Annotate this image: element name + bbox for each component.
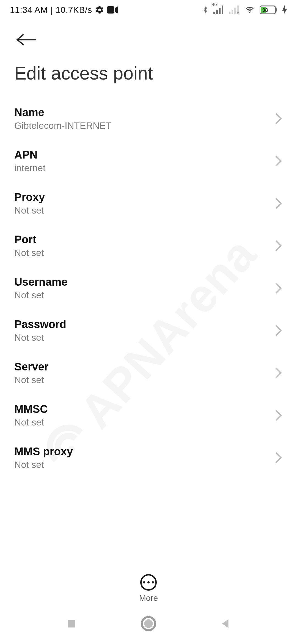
chevron-right-icon <box>274 155 283 167</box>
row-label: Name <box>14 106 111 119</box>
more-button[interactable] <box>140 574 157 591</box>
row-username[interactable]: Username Not set <box>0 267 297 309</box>
navigation-bar <box>0 603 297 644</box>
triangle-left-icon <box>220 617 231 630</box>
gear-icon <box>95 5 104 15</box>
row-name[interactable]: Name Gibtelecom-INTERNET <box>0 97 297 140</box>
bottom-action-bar: More <box>0 574 297 603</box>
status-net-speed: 10.7KB/s <box>56 5 92 15</box>
row-label: Proxy <box>14 191 45 203</box>
row-port[interactable]: Port Not set <box>0 225 297 267</box>
svg-point-11 <box>249 12 250 13</box>
app-bar <box>0 20 297 54</box>
row-mmsc[interactable]: MMSC Not set <box>0 394 297 436</box>
row-label: APN <box>14 149 45 161</box>
row-label: Username <box>14 276 67 288</box>
row-label: MMS proxy <box>14 445 73 458</box>
row-value: Not set <box>14 332 66 343</box>
row-value: Not set <box>14 290 67 301</box>
svg-rect-6 <box>229 12 230 14</box>
signal-sim1-icon: 4G <box>213 6 224 14</box>
row-value: Not set <box>14 417 48 428</box>
camera-icon <box>107 6 118 14</box>
wifi-icon <box>244 6 255 14</box>
sim1-4g-label: 4G <box>212 2 218 7</box>
status-sep: | <box>51 5 53 15</box>
dot-icon <box>143 581 145 583</box>
svg-point-18 <box>144 619 153 628</box>
svg-rect-3 <box>216 10 218 14</box>
chevron-right-icon <box>274 198 283 209</box>
chevron-right-icon <box>274 282 283 294</box>
chevron-right-icon <box>274 240 283 252</box>
battery-pct-text: 38 <box>262 7 268 13</box>
svg-rect-8 <box>234 8 236 14</box>
nav-back-button[interactable] <box>217 615 234 632</box>
bluetooth-icon <box>202 5 209 15</box>
svg-rect-13 <box>276 8 277 12</box>
row-label: MMSC <box>14 403 48 415</box>
row-label: Server <box>14 361 49 373</box>
row-value: Not set <box>14 459 73 470</box>
chevron-right-icon <box>274 113 283 124</box>
chevron-right-icon <box>274 452 283 463</box>
row-proxy[interactable]: Proxy Not set <box>0 182 297 225</box>
row-value: internet <box>14 163 45 173</box>
row-label: Port <box>14 233 44 246</box>
row-server[interactable]: Server Not set <box>0 352 297 394</box>
svg-rect-1 <box>107 6 114 14</box>
apn-settings-list: Name Gibtelecom-INTERNET APN internet Pr… <box>0 92 297 560</box>
row-password[interactable]: Password Not set <box>0 309 297 352</box>
svg-rect-2 <box>213 12 215 14</box>
back-button[interactable] <box>14 28 38 52</box>
dot-icon <box>147 581 150 583</box>
charging-icon <box>282 5 287 15</box>
row-value: Gibtelecom-INTERNET <box>14 120 111 131</box>
row-label: Password <box>14 318 66 331</box>
chevron-right-icon <box>274 367 283 379</box>
row-value: Not set <box>14 205 45 216</box>
circle-icon <box>141 616 156 632</box>
chevron-right-icon <box>274 325 283 336</box>
svg-rect-16 <box>68 620 75 627</box>
page-title: Edit access point <box>0 54 297 92</box>
more-label: More <box>139 593 158 603</box>
status-bar: 11:34 AM | 10.7KB/s 4G x 38 <box>0 0 297 20</box>
signal-sim2-icon: x <box>229 6 240 14</box>
svg-text:x: x <box>237 10 239 14</box>
nav-home-button[interactable] <box>140 615 157 632</box>
dot-icon <box>152 581 154 583</box>
battery-icon: 38 <box>260 6 278 14</box>
square-icon <box>66 618 77 629</box>
chevron-right-icon <box>274 410 283 421</box>
svg-rect-4 <box>219 8 221 14</box>
row-value: Not set <box>14 247 44 258</box>
status-time: 11:34 AM <box>10 5 48 15</box>
svg-rect-5 <box>222 6 223 14</box>
row-apn[interactable]: APN internet <box>0 140 297 182</box>
arrow-left-icon <box>16 32 37 47</box>
row-value: Not set <box>14 375 49 385</box>
svg-rect-7 <box>232 10 233 14</box>
row-mms-proxy[interactable]: MMS proxy Not set <box>0 436 297 479</box>
nav-recents-button[interactable] <box>63 615 80 632</box>
